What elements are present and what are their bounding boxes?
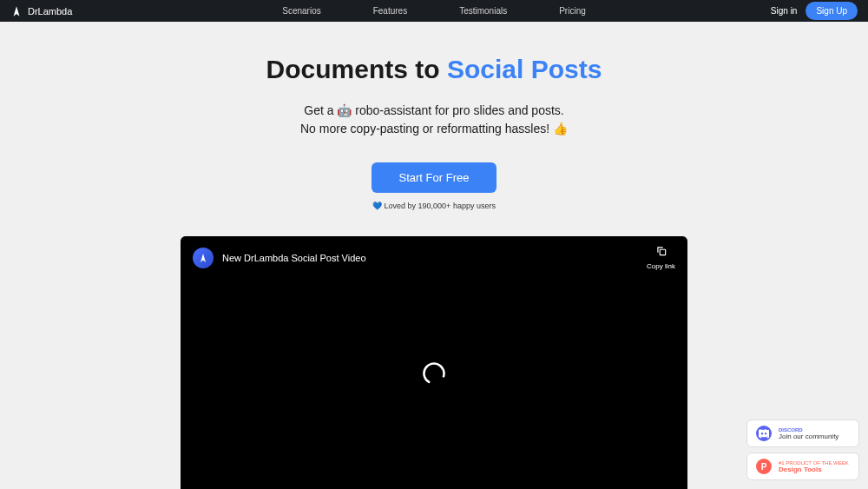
hero-title-highlight: Social Posts [447, 55, 602, 83]
signup-button[interactable]: Sign Up [806, 2, 858, 20]
nav-pricing[interactable]: Pricing [559, 6, 586, 16]
hero-title: Documents to Social Posts [0, 55, 868, 84]
svg-rect-0 [660, 249, 665, 254]
video-container[interactable]: New DrLambda Social Post Video Copy link… [181, 236, 687, 489]
signin-link[interactable]: Sign in [771, 6, 798, 16]
producthunt-badge[interactable]: P #1 PRODUCT OF THE WEEK Design Tools [746, 453, 859, 480]
video-title: New DrLambda Social Post Video [222, 253, 366, 263]
video-avatar-icon [193, 248, 214, 268]
nav-center: Scenarios Features Testimonials Pricing [282, 6, 586, 16]
nav-scenarios[interactable]: Scenarios [282, 6, 320, 16]
loved-by-text: 💙 Loved by 190,000+ happy users [0, 202, 868, 210]
header-left: DrLambda [10, 5, 72, 17]
copy-link-text: Copy link [647, 262, 675, 270]
hero-subtitle-line1: Get a 🤖 robo-assistant for pro slides an… [0, 102, 868, 120]
producthunt-icon: P [756, 459, 772, 474]
copy-icon [655, 245, 667, 261]
video-header: New DrLambda Social Post Video Copy link [181, 236, 687, 279]
logo-icon [10, 5, 23, 17]
producthunt-badge-text: #1 PRODUCT OF THE WEEK Design Tools [779, 460, 849, 473]
logo-text[interactable]: DrLambda [28, 6, 72, 17]
hero-subtitle-line2: No more copy-pasting or reformatting has… [0, 120, 868, 138]
nav-features[interactable]: Features [373, 6, 407, 16]
discord-badge[interactable]: DISCORD Join our community [746, 420, 859, 447]
discord-badge-text: DISCORD Join our community [779, 427, 838, 440]
producthunt-title: Design Tools [779, 466, 849, 473]
hero-subtitle: Get a 🤖 robo-assistant for pro slides an… [0, 102, 868, 138]
discord-title: Join our community [779, 433, 838, 440]
header: DrLambda Scenarios Features Testimonials… [0, 0, 868, 22]
loading-spinner-icon [420, 360, 448, 387]
hero-title-prefix: Documents to [266, 55, 447, 83]
header-right: Sign in Sign Up [771, 2, 858, 20]
video-copy-link[interactable]: Copy link [647, 245, 675, 270]
floating-badges: DISCORD Join our community P #1 PRODUCT … [746, 420, 859, 480]
video-header-left: New DrLambda Social Post Video [193, 248, 366, 268]
hero: Documents to Social Posts Get a 🤖 robo-a… [0, 22, 868, 210]
discord-icon [756, 426, 772, 441]
svg-point-1 [420, 360, 447, 387]
cta-button[interactable]: Start For Free [372, 162, 497, 193]
nav-testimonials[interactable]: Testimonials [459, 6, 507, 16]
